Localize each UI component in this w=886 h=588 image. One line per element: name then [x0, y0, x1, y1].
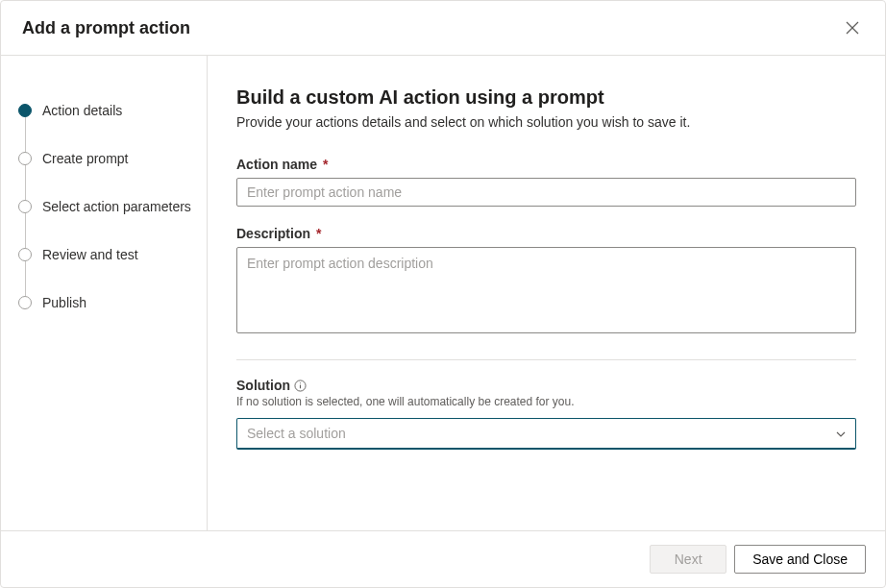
step-connector [25, 165, 26, 200]
page-subtitle: Provide your actions details and select … [236, 114, 856, 130]
step-create-prompt[interactable]: Create prompt [18, 135, 207, 183]
section-divider [236, 359, 856, 360]
description-textarea[interactable] [236, 247, 856, 333]
dialog-body: Action details Create prompt Select acti… [1, 56, 885, 530]
step-publish[interactable]: Publish [18, 279, 207, 327]
solution-field: Solution If no solution is selected, one… [236, 378, 856, 450]
description-label: Description * [236, 226, 856, 241]
step-indicator-icon [18, 248, 32, 261]
step-select-parameters[interactable]: Select action parameters [18, 183, 207, 231]
step-label: Create prompt [42, 151, 128, 166]
action-name-field: Action name * [236, 157, 856, 207]
solution-label-row: Solution [236, 378, 856, 393]
step-indicator-icon [18, 200, 32, 213]
step-indicator-icon [18, 296, 32, 309]
description-field: Description * [236, 226, 856, 336]
svg-point-4 [300, 382, 301, 383]
step-connector [25, 261, 26, 296]
step-connector [25, 213, 26, 248]
close-button[interactable] [839, 14, 866, 41]
dialog-header: Add a prompt action [1, 1, 885, 56]
dialog-title: Add a prompt action [22, 18, 190, 38]
save-and-close-button[interactable]: Save and Close [734, 545, 866, 574]
required-marker: * [316, 226, 321, 241]
wizard-steps: Action details Create prompt Select acti… [18, 86, 207, 327]
solution-select[interactable]: Select a solution [236, 418, 856, 450]
wizard-content: Build a custom AI action using a prompt … [208, 56, 885, 530]
step-label: Action details [42, 103, 122, 118]
solution-label: Solution [236, 378, 290, 393]
step-label: Publish [42, 295, 86, 310]
step-action-details[interactable]: Action details [18, 86, 207, 135]
action-name-label: Action name * [236, 157, 856, 172]
step-indicator-icon [18, 104, 32, 117]
action-name-input[interactable] [236, 178, 856, 207]
solution-hint: If no solution is selected, one will aut… [236, 395, 856, 408]
dialog: Add a prompt action Action details Creat… [0, 0, 886, 588]
next-button[interactable]: Next [650, 545, 726, 574]
required-marker: * [323, 157, 328, 172]
step-label: Review and test [42, 247, 138, 262]
info-icon[interactable] [294, 380, 307, 392]
step-connector [25, 117, 26, 152]
step-indicator-icon [18, 152, 32, 165]
solution-select-wrapper: Select a solution [236, 418, 856, 450]
close-icon [846, 21, 859, 35]
page-title: Build a custom AI action using a prompt [236, 86, 856, 109]
step-review-test[interactable]: Review and test [18, 231, 207, 279]
dialog-footer: Next Save and Close [1, 530, 885, 587]
wizard-sidebar: Action details Create prompt Select acti… [1, 56, 208, 530]
step-label: Select action parameters [42, 199, 191, 214]
